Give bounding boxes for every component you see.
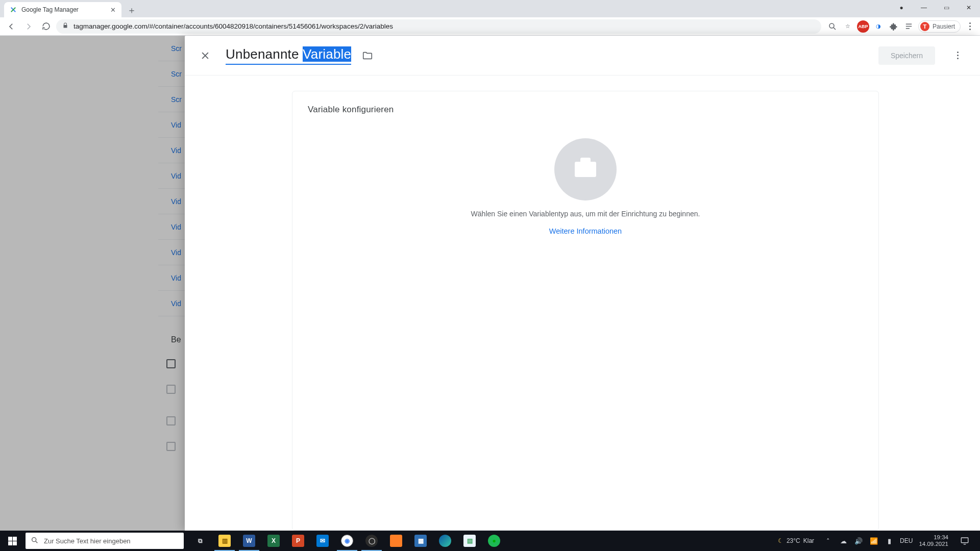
title-wrap: Unbenannte Variable <box>226 46 377 65</box>
variable-name-input[interactable]: Unbenannte Variable <box>226 46 351 65</box>
search-icon <box>31 536 39 546</box>
browser-chrome: Google Tag Manager ✕ ＋ ● ― ▭ ✕ tagmanage… <box>0 0 980 36</box>
spotify-icon[interactable]: ● <box>482 531 506 551</box>
address-bar: tagmanager.google.com/#/container/accoun… <box>0 17 980 36</box>
file-explorer-icon[interactable]: ▥ <box>212 531 237 551</box>
config-empty-state: Wählen Sie einen Variablentyp aus, um mi… <box>308 138 863 235</box>
config-card-title: Variable konfigurieren <box>308 105 863 115</box>
obs-icon[interactable]: ◯ <box>359 531 384 551</box>
placeholder-icon <box>554 138 617 201</box>
chrome-icon[interactable]: ◉ <box>335 531 359 551</box>
variable-editor-panel: Unbenannte Variable Speichern Variable k… <box>185 36 980 531</box>
zoom-icon[interactable] <box>826 20 839 33</box>
notepad-icon[interactable]: ▤ <box>457 531 482 551</box>
weather-temp: 23°C <box>787 537 800 544</box>
omnibox[interactable]: tagmanager.google.com/#/container/accoun… <box>56 19 821 34</box>
bookmark-star-icon[interactable]: ☆ <box>842 20 854 33</box>
extension-blue-icon[interactable]: ◑ <box>872 20 885 33</box>
search-placeholder: Zur Suche Text hier eingeben <box>44 537 131 545</box>
taskbar-search[interactable]: Zur Suche Text hier eingeben <box>26 533 184 549</box>
close-panel-button[interactable] <box>194 44 216 67</box>
panel-overflow-menu[interactable] <box>947 45 968 66</box>
tray-chevron-icon[interactable]: ˄ <box>823 537 832 545</box>
taskbar-apps: ⧉ ▥ W X P ✉ ◉ ◯ ▦ ▤ ● <box>188 531 506 551</box>
tab-strip: Google Tag Manager ✕ ＋ ● ― ▭ ✕ <box>0 0 980 17</box>
title-prefix: Unbenannte <box>226 46 303 62</box>
folder-button[interactable] <box>358 46 377 65</box>
lock-icon <box>62 22 68 30</box>
panel-header: Unbenannte Variable Speichern <box>185 36 980 76</box>
gtm-favicon-icon <box>9 6 17 14</box>
clock-time: 19:34 <box>919 534 948 541</box>
word-icon[interactable]: W <box>237 531 261 551</box>
back-button[interactable] <box>4 19 18 34</box>
weather-widget[interactable]: ☾ 23°C Klar <box>778 537 814 544</box>
powerpoint-icon[interactable]: P <box>286 531 310 551</box>
clock-date: 14.09.2021 <box>919 541 948 547</box>
onedrive-icon[interactable]: ☁ <box>839 537 848 545</box>
svg-point-3 <box>32 537 36 541</box>
close-window-button[interactable]: ✕ <box>958 0 980 15</box>
tab-close-icon[interactable]: ✕ <box>109 6 116 13</box>
windows-taskbar: Zur Suche Text hier eingeben ⧉ ▥ W X P ✉… <box>0 531 980 551</box>
task-view-button[interactable]: ⧉ <box>188 531 212 551</box>
input-lang[interactable]: DEU <box>900 537 913 544</box>
account-dot-icon[interactable]: ● <box>890 0 913 15</box>
forward-button[interactable] <box>21 19 36 34</box>
moon-icon: ☾ <box>778 537 783 544</box>
action-center-icon[interactable] <box>954 531 975 551</box>
new-tab-button[interactable]: ＋ <box>125 3 139 17</box>
svg-point-2 <box>829 23 834 28</box>
reload-button[interactable] <box>39 19 53 34</box>
panel-body: Variable konfigurieren Wählen Sie einen … <box>185 76 980 531</box>
svg-rect-4 <box>961 538 968 543</box>
abp-extension-icon[interactable]: ABP <box>857 20 869 33</box>
extensions-puzzle-icon[interactable] <box>888 20 900 33</box>
app-blue-icon[interactable]: ▦ <box>408 531 433 551</box>
url-text: tagmanager.google.com/#/container/accoun… <box>74 22 815 30</box>
weather-desc: Klar <box>803 537 814 544</box>
system-tray: ☾ 23°C Klar ˄ ☁ 🔊 📶 ▮ DEU 19:34 14.09.20… <box>778 531 980 551</box>
maximize-button[interactable]: ▭ <box>935 0 958 15</box>
avatar-icon: T <box>920 22 929 31</box>
page-viewport: Scr Scr Scr Vid Vid Vid Vid Vid Vid Vid … <box>0 36 980 531</box>
tab-title: Google Tag Manager <box>21 6 105 13</box>
wifi-icon[interactable]: 📶 <box>869 537 878 545</box>
learn-more-link[interactable]: Weitere Informationen <box>549 227 622 235</box>
window-controls: ● ― ▭ ✕ <box>890 0 980 15</box>
save-button-label: Speichern <box>891 52 923 60</box>
browser-tab[interactable]: Google Tag Manager ✕ <box>4 2 121 17</box>
save-button[interactable]: Speichern <box>878 46 935 65</box>
volume-icon[interactable]: 🔊 <box>854 537 863 545</box>
title-selection: Variable <box>303 46 351 62</box>
minimize-button[interactable]: ― <box>913 0 935 15</box>
mail-icon[interactable]: ✉ <box>310 531 335 551</box>
config-hint-text: Wählen Sie einen Variablentyp aus, um mi… <box>471 210 700 218</box>
app-orange-icon[interactable] <box>384 531 408 551</box>
windows-logo-icon <box>8 537 17 545</box>
profile-badge[interactable]: T Pausiert <box>918 20 961 33</box>
edge-icon[interactable] <box>433 531 457 551</box>
start-button[interactable] <box>0 531 24 551</box>
profile-status: Pausiert <box>933 23 955 30</box>
toolbar-actions: ☆ ABP ◑ T Pausiert <box>824 20 976 33</box>
chrome-menu-icon[interactable] <box>964 20 976 33</box>
battery-icon[interactable]: ▮ <box>885 537 894 545</box>
excel-icon[interactable]: X <box>261 531 286 551</box>
taskbar-clock[interactable]: 19:34 14.09.2021 <box>919 534 948 547</box>
variable-config-card[interactable]: Variable konfigurieren Wählen Sie einen … <box>292 91 879 531</box>
reading-list-icon[interactable] <box>903 20 915 33</box>
